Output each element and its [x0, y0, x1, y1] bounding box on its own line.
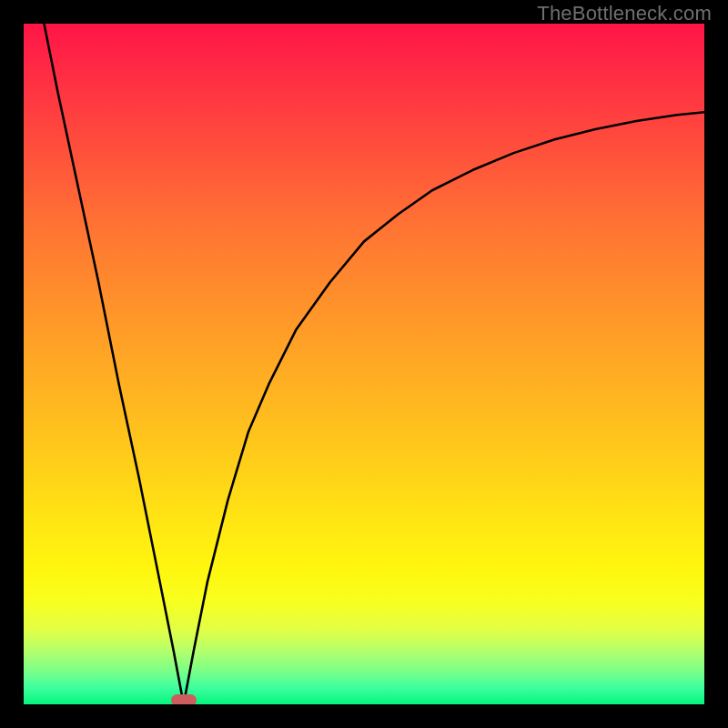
- plot-area: [24, 24, 704, 704]
- optimum-marker: [171, 694, 197, 704]
- watermark-text: TheBottleneck.com: [537, 2, 712, 25]
- curve-path: [44, 24, 704, 704]
- bottleneck-curve: [24, 24, 704, 704]
- chart-frame: TheBottleneck.com: [0, 0, 728, 728]
